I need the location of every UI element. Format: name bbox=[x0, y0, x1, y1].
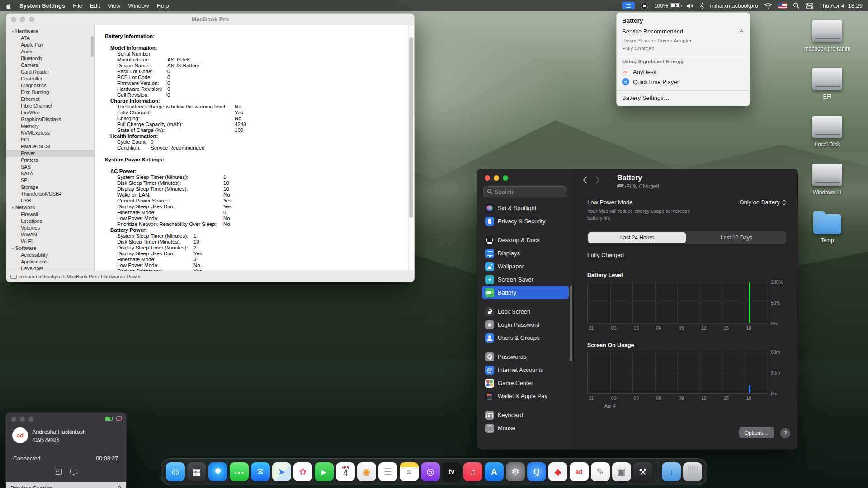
sysinfo-item-firewall[interactable]: Firewall bbox=[6, 211, 94, 218]
sidebar-scrollbar[interactable] bbox=[91, 36, 94, 57]
settings-sidebar-item-wallpaper[interactable]: Wallpaper bbox=[482, 260, 569, 273]
dock-item-notes[interactable]: ≡ bbox=[400, 462, 419, 481]
settings-sidebar-item-mouse[interactable]: Mouse bbox=[482, 422, 569, 435]
settings-sidebar-item-passwords[interactable]: Passwords bbox=[482, 350, 569, 363]
chat-notification-icon[interactable] bbox=[116, 416, 122, 421]
sysinfo-item-apple-pay[interactable]: Apple Pay bbox=[6, 42, 94, 48]
settings-sidebar-item-displays[interactable]: Displays bbox=[482, 247, 569, 260]
dock-item-launchpad[interactable]: ▦ bbox=[187, 462, 206, 481]
dock-item-safari[interactable]: ✦ bbox=[208, 462, 227, 481]
sidebar-scrollbar[interactable] bbox=[570, 286, 572, 361]
screen-sharing-indicator[interactable] bbox=[622, 2, 635, 9]
options-button[interactable]: Options… bbox=[739, 427, 774, 438]
sysinfo-group-software[interactable]: ▾Software bbox=[6, 245, 94, 252]
dock-item-finder[interactable]: ☺ bbox=[166, 462, 185, 481]
settings-sidebar-item-internet-accounts[interactable]: Internet Accounts bbox=[482, 363, 569, 376]
sysinfo-item-pci[interactable]: PCI bbox=[6, 136, 94, 143]
help-button[interactable]: ? bbox=[780, 428, 790, 438]
wifi-icon[interactable] bbox=[764, 3, 772, 9]
sysinfo-item-diagnostics[interactable]: Diagnostics bbox=[6, 82, 94, 89]
menubar-menu-edit[interactable]: Edit bbox=[90, 2, 100, 9]
sysinfo-item-fibre-channel[interactable]: Fibre Channel bbox=[6, 103, 94, 109]
settings-sidebar-item-desktop-dock[interactable]: Desktop & Dock bbox=[482, 234, 569, 247]
settings-sidebar-item-users-groups[interactable]: Users & Groups bbox=[482, 331, 569, 344]
desktop-icon-local-disk[interactable]: Local Disk bbox=[812, 116, 842, 148]
menubar-menu-window[interactable]: Window bbox=[128, 2, 149, 9]
sysinfo-item-volumes[interactable]: Volumes bbox=[6, 225, 94, 231]
energy-app-quicktime-player[interactable]: QQuickTime Player bbox=[622, 77, 744, 87]
sysinfo-item-nvmexpress[interactable]: NVMExpress bbox=[6, 130, 94, 136]
menubar-menu-file[interactable]: File bbox=[73, 2, 82, 9]
dock-item-photos[interactable]: ✿ bbox=[293, 462, 312, 481]
sysinfo-item-wi-fi[interactable]: Wi-Fi bbox=[6, 238, 94, 245]
dock-item-photo-booth[interactable]: ◉ bbox=[357, 462, 376, 481]
dock-item-trash[interactable] bbox=[683, 462, 702, 481]
sysinfo-item-camera[interactable]: Camera bbox=[6, 62, 94, 69]
sysinfo-group-hardware[interactable]: ▾Hardware bbox=[6, 28, 94, 35]
dock-item-downloads[interactable]: ↓ bbox=[662, 462, 681, 481]
dock-item-music[interactable]: ♫ bbox=[463, 462, 482, 481]
sysinfo-item-audio[interactable]: Audio bbox=[6, 48, 94, 55]
dock-item-maps[interactable]: ➤ bbox=[272, 462, 291, 481]
settings-search-input[interactable]: Search bbox=[483, 186, 567, 197]
sysinfo-item-accessibility[interactable]: Accessibility bbox=[6, 252, 94, 258]
sysinfo-item-bluetooth[interactable]: Bluetooth bbox=[6, 55, 94, 62]
sysinfo-item-card-reader[interactable]: Card Reader bbox=[6, 69, 94, 75]
settings-sidebar-item-lock-screen[interactable]: Lock Screen bbox=[482, 305, 569, 318]
sysinfo-item-locations[interactable]: Locations bbox=[6, 218, 94, 225]
close-button[interactable] bbox=[11, 417, 16, 422]
sysinfo-item-ethernet[interactable]: Ethernet bbox=[6, 96, 94, 103]
dock-item-utilities[interactable]: ⚒ bbox=[633, 462, 652, 481]
tab-last-10-days[interactable]: Last 10 Days bbox=[688, 232, 785, 243]
settings-sidebar-item-battery[interactable]: Battery bbox=[482, 286, 569, 299]
hostname-label[interactable]: miharxmacbookpro bbox=[710, 3, 758, 9]
input-source-us-flag-icon[interactable] bbox=[778, 3, 787, 9]
sysinfo-item-controller[interactable]: Controller bbox=[6, 75, 94, 82]
energy-app-anydesk[interactable]: adAnyDesk bbox=[622, 67, 744, 77]
dock-item-reminders[interactable]: ☰ bbox=[378, 462, 397, 481]
forward-button[interactable] bbox=[595, 176, 600, 184]
dock-item-podcasts[interactable]: ◎ bbox=[421, 462, 440, 481]
zoom-button[interactable] bbox=[503, 175, 508, 181]
sysinfo-item-printers[interactable]: Printers bbox=[6, 157, 94, 164]
file-transfer-icon[interactable] bbox=[55, 469, 62, 475]
sysinfo-item-ata[interactable]: ATA bbox=[6, 35, 94, 42]
sysinfo-item-storage[interactable]: Storage bbox=[6, 184, 94, 191]
sysinfo-item-usb[interactable]: USB bbox=[6, 197, 94, 204]
menubar-menu-view[interactable]: View bbox=[108, 2, 121, 9]
zoom-button[interactable] bbox=[28, 417, 33, 422]
dock-item-calendar[interactable]: APR4 bbox=[336, 462, 355, 481]
active-app-name[interactable]: System Settings bbox=[19, 2, 65, 9]
dock-item-messages[interactable]: … bbox=[230, 462, 249, 481]
low-power-mode-select[interactable]: Only on Battery bbox=[739, 199, 786, 206]
minimize-button[interactable] bbox=[494, 175, 499, 181]
close-button[interactable] bbox=[485, 175, 490, 181]
dock-item-facetime[interactable]: ▶ bbox=[315, 462, 334, 481]
sysinfo-item-parallel-scsi[interactable]: Parallel SCSI bbox=[6, 143, 94, 150]
settings-sidebar-item-wallet-apple-pay[interactable]: Wallet & Apple Pay bbox=[482, 389, 569, 403]
desktop-icon-temp[interactable]: Temp bbox=[813, 211, 841, 244]
settings-sidebar-item-keyboard[interactable]: Keyboard bbox=[482, 408, 569, 422]
sysinfo-item-firewire[interactable]: FireWire bbox=[6, 109, 94, 116]
desktop-icon-efi[interactable]: EFI bbox=[812, 68, 842, 100]
back-button[interactable] bbox=[583, 176, 587, 184]
minimize-button[interactable] bbox=[20, 417, 25, 422]
settings-sidebar-item-privacy-security[interactable]: Privacy & Security bbox=[482, 215, 569, 228]
dock-item-mail[interactable]: ✉ bbox=[251, 462, 270, 481]
dock-item-preview[interactable]: ▣ bbox=[612, 462, 631, 481]
battery-status-menu[interactable]: 100% bbox=[654, 3, 680, 9]
bluetooth-icon[interactable] bbox=[699, 2, 704, 9]
menubar-menu-help[interactable]: Help bbox=[157, 2, 169, 9]
apple-logo-icon[interactable] bbox=[5, 2, 12, 9]
sysinfo-item-thunderbolt-usb4[interactable]: Thunderbolt/USB4 bbox=[6, 191, 94, 197]
sysinfo-item-sas[interactable]: SAS bbox=[6, 164, 94, 170]
dock-item-anydesk[interactable]: ad bbox=[570, 462, 589, 481]
dock-item-app-store[interactable]: A bbox=[485, 462, 504, 481]
settings-sidebar-item-game-center[interactable]: Game Center bbox=[482, 376, 569, 389]
sysinfo-item-memory[interactable]: Memory bbox=[6, 123, 94, 130]
dock-item-quicktime[interactable]: Q bbox=[527, 462, 546, 481]
control-center-icon[interactable] bbox=[806, 3, 813, 9]
settings-sidebar-item-login-password[interactable]: Login Password bbox=[482, 318, 569, 331]
stop-screen-recording-button[interactable] bbox=[641, 2, 648, 9]
sysinfo-item-applications[interactable]: Applications bbox=[6, 258, 94, 265]
